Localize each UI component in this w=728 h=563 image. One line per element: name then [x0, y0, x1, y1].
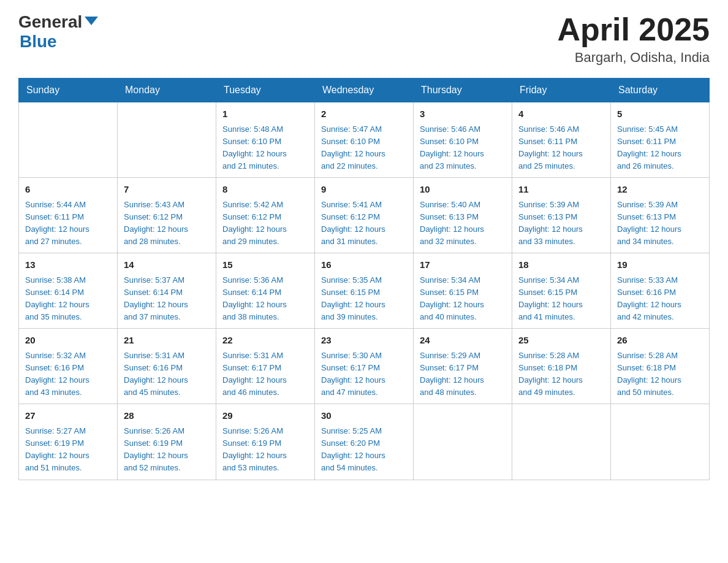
- day-info: Sunrise: 5:46 AM Sunset: 6:11 PM Dayligh…: [518, 123, 604, 173]
- day-number: 21: [124, 334, 210, 348]
- day-number: 16: [321, 258, 407, 272]
- calendar-cell: 26Sunrise: 5:28 AM Sunset: 6:18 PM Dayli…: [611, 329, 710, 404]
- day-number: 12: [617, 183, 703, 197]
- calendar-cell: 22Sunrise: 5:31 AM Sunset: 6:17 PM Dayli…: [216, 329, 315, 404]
- calendar-week-row: 13Sunrise: 5:38 AM Sunset: 6:14 PM Dayli…: [19, 253, 710, 329]
- day-number: 2: [321, 107, 407, 121]
- calendar-cell: 29Sunrise: 5:26 AM Sunset: 6:19 PM Dayli…: [216, 404, 315, 480]
- day-info: Sunrise: 5:26 AM Sunset: 6:19 PM Dayligh…: [124, 425, 210, 475]
- day-info: Sunrise: 5:39 AM Sunset: 6:13 PM Dayligh…: [518, 199, 604, 248]
- day-info: Sunrise: 5:44 AM Sunset: 6:11 PM Dayligh…: [25, 199, 111, 248]
- day-info: Sunrise: 5:38 AM Sunset: 6:14 PM Dayligh…: [25, 274, 111, 324]
- day-info: Sunrise: 5:33 AM Sunset: 6:16 PM Dayligh…: [617, 274, 703, 324]
- weekday-header-sunday: Sunday: [19, 79, 118, 102]
- logo: General Blue: [18, 12, 98, 52]
- weekday-header-thursday: Thursday: [414, 79, 512, 102]
- day-number: 17: [420, 258, 506, 272]
- calendar-cell: 7Sunrise: 5:43 AM Sunset: 6:12 PM Daylig…: [118, 178, 216, 253]
- day-info: Sunrise: 5:47 AM Sunset: 6:10 PM Dayligh…: [321, 123, 407, 173]
- day-number: 8: [222, 183, 308, 197]
- calendar-cell: 25Sunrise: 5:28 AM Sunset: 6:18 PM Dayli…: [512, 329, 611, 404]
- day-number: 6: [25, 183, 111, 197]
- calendar-cell: 8Sunrise: 5:42 AM Sunset: 6:12 PM Daylig…: [216, 178, 315, 253]
- day-number: 5: [617, 107, 703, 121]
- day-info: Sunrise: 5:31 AM Sunset: 6:16 PM Dayligh…: [124, 350, 210, 399]
- day-info: Sunrise: 5:25 AM Sunset: 6:20 PM Dayligh…: [321, 425, 407, 475]
- day-info: Sunrise: 5:43 AM Sunset: 6:12 PM Dayligh…: [124, 199, 210, 248]
- day-number: 30: [321, 409, 407, 423]
- calendar-cell: 18Sunrise: 5:34 AM Sunset: 6:15 PM Dayli…: [512, 253, 611, 329]
- day-info: Sunrise: 5:40 AM Sunset: 6:13 PM Dayligh…: [420, 199, 506, 248]
- calendar-cell: 1Sunrise: 5:48 AM Sunset: 6:10 PM Daylig…: [216, 102, 315, 178]
- title-section: April 2025 Bargarh, Odisha, India: [557, 12, 710, 66]
- calendar-week-row: 20Sunrise: 5:32 AM Sunset: 6:16 PM Dayli…: [19, 329, 710, 404]
- logo-arrow-icon: [85, 14, 98, 28]
- calendar-cell: 12Sunrise: 5:39 AM Sunset: 6:13 PM Dayli…: [611, 178, 710, 253]
- calendar-cell: 17Sunrise: 5:34 AM Sunset: 6:15 PM Dayli…: [414, 253, 512, 329]
- day-info: Sunrise: 5:32 AM Sunset: 6:16 PM Dayligh…: [25, 350, 111, 399]
- day-info: Sunrise: 5:42 AM Sunset: 6:12 PM Dayligh…: [222, 199, 308, 248]
- day-info: Sunrise: 5:45 AM Sunset: 6:11 PM Dayligh…: [617, 123, 703, 173]
- day-number: 25: [518, 334, 604, 348]
- day-number: 22: [222, 334, 308, 348]
- calendar-cell: [414, 404, 512, 480]
- logo-blue-text: Blue: [18, 32, 57, 51]
- day-number: 13: [25, 258, 111, 272]
- weekday-header-monday: Monday: [118, 79, 216, 102]
- calendar-cell: 20Sunrise: 5:32 AM Sunset: 6:16 PM Dayli…: [19, 329, 118, 404]
- day-info: Sunrise: 5:34 AM Sunset: 6:15 PM Dayligh…: [518, 274, 604, 324]
- calendar-cell: 24Sunrise: 5:29 AM Sunset: 6:17 PM Dayli…: [414, 329, 512, 404]
- day-number: 3: [420, 107, 506, 121]
- calendar-cell: 11Sunrise: 5:39 AM Sunset: 6:13 PM Dayli…: [512, 178, 611, 253]
- day-info: Sunrise: 5:46 AM Sunset: 6:10 PM Dayligh…: [420, 123, 506, 173]
- day-info: Sunrise: 5:48 AM Sunset: 6:10 PM Dayligh…: [222, 123, 308, 173]
- calendar-cell: 23Sunrise: 5:30 AM Sunset: 6:17 PM Dayli…: [315, 329, 414, 404]
- calendar-cell: [512, 404, 611, 480]
- day-info: Sunrise: 5:34 AM Sunset: 6:15 PM Dayligh…: [420, 274, 506, 324]
- day-number: 18: [518, 258, 604, 272]
- day-number: 4: [518, 107, 604, 121]
- calendar-cell: 14Sunrise: 5:37 AM Sunset: 6:14 PM Dayli…: [118, 253, 216, 329]
- calendar-cell: 10Sunrise: 5:40 AM Sunset: 6:13 PM Dayli…: [414, 178, 512, 253]
- day-number: 11: [518, 183, 604, 197]
- calendar-week-row: 1Sunrise: 5:48 AM Sunset: 6:10 PM Daylig…: [19, 102, 710, 178]
- day-number: 7: [124, 183, 210, 197]
- day-number: 28: [124, 409, 210, 423]
- calendar-cell: [118, 102, 216, 178]
- logo-general-text: General: [18, 12, 82, 32]
- day-number: 29: [222, 409, 308, 423]
- day-number: 24: [420, 334, 506, 348]
- day-number: 27: [25, 409, 111, 423]
- calendar-cell: 3Sunrise: 5:46 AM Sunset: 6:10 PM Daylig…: [414, 102, 512, 178]
- calendar-cell: 21Sunrise: 5:31 AM Sunset: 6:16 PM Dayli…: [118, 329, 216, 404]
- day-info: Sunrise: 5:37 AM Sunset: 6:14 PM Dayligh…: [124, 274, 210, 324]
- day-info: Sunrise: 5:31 AM Sunset: 6:17 PM Dayligh…: [222, 350, 308, 399]
- day-info: Sunrise: 5:35 AM Sunset: 6:15 PM Dayligh…: [321, 274, 407, 324]
- day-number: 15: [222, 258, 308, 272]
- calendar-header: SundayMondayTuesdayWednesdayThursdayFrid…: [19, 79, 710, 102]
- day-number: 14: [124, 258, 210, 272]
- page-header: General Blue April 2025 Bargarh, Odisha,…: [18, 12, 710, 66]
- day-info: Sunrise: 5:28 AM Sunset: 6:18 PM Dayligh…: [518, 350, 604, 399]
- calendar-cell: 9Sunrise: 5:41 AM Sunset: 6:12 PM Daylig…: [315, 178, 414, 253]
- weekday-header-wednesday: Wednesday: [315, 79, 414, 102]
- calendar-body: 1Sunrise: 5:48 AM Sunset: 6:10 PM Daylig…: [19, 102, 710, 480]
- day-info: Sunrise: 5:36 AM Sunset: 6:14 PM Dayligh…: [222, 274, 308, 324]
- day-number: 20: [25, 334, 111, 348]
- calendar-cell: 19Sunrise: 5:33 AM Sunset: 6:16 PM Dayli…: [611, 253, 710, 329]
- day-number: 9: [321, 183, 407, 197]
- calendar-cell: 27Sunrise: 5:27 AM Sunset: 6:19 PM Dayli…: [19, 404, 118, 480]
- calendar-cell: [611, 404, 710, 480]
- calendar-cell: 15Sunrise: 5:36 AM Sunset: 6:14 PM Dayli…: [216, 253, 315, 329]
- day-number: 19: [617, 258, 703, 272]
- calendar-cell: [19, 102, 118, 178]
- calendar-cell: 13Sunrise: 5:38 AM Sunset: 6:14 PM Dayli…: [19, 253, 118, 329]
- day-info: Sunrise: 5:39 AM Sunset: 6:13 PM Dayligh…: [617, 199, 703, 248]
- calendar-cell: 30Sunrise: 5:25 AM Sunset: 6:20 PM Dayli…: [315, 404, 414, 480]
- day-number: 26: [617, 334, 703, 348]
- weekday-header-tuesday: Tuesday: [216, 79, 315, 102]
- day-info: Sunrise: 5:30 AM Sunset: 6:17 PM Dayligh…: [321, 350, 407, 399]
- day-info: Sunrise: 5:41 AM Sunset: 6:12 PM Dayligh…: [321, 199, 407, 248]
- calendar-cell: 5Sunrise: 5:45 AM Sunset: 6:11 PM Daylig…: [611, 102, 710, 178]
- month-title: April 2025: [557, 12, 710, 47]
